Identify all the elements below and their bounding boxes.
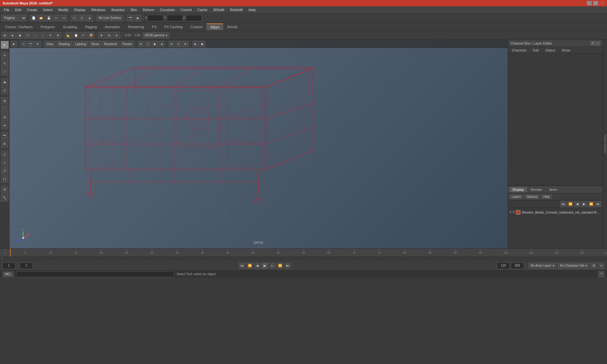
transport-settings-btn[interactable]: ⚙ bbox=[591, 263, 597, 269]
icon-tool-10[interactable]: 📋 bbox=[72, 32, 79, 39]
menu-deform[interactable]: Deform bbox=[140, 7, 157, 12]
tab-rigging[interactable]: Rigging bbox=[81, 23, 101, 30]
options-btn[interactable]: Options bbox=[524, 194, 540, 199]
anim-btn[interactable]: ⏱ bbox=[1, 167, 9, 175]
mode-dropdown[interactable]: Rigging Animation Modeling bbox=[1, 15, 27, 21]
cb-transport-next2[interactable]: ⏩ bbox=[588, 201, 594, 207]
cb-tab-channels[interactable]: Channels bbox=[509, 48, 529, 53]
menu-redshift[interactable]: Redshift bbox=[228, 7, 245, 12]
minimize-button[interactable]: − bbox=[587, 1, 592, 5]
menu-skeleton[interactable]: Skeleton bbox=[108, 7, 127, 12]
icon-tool-7[interactable]: ⟲ bbox=[47, 32, 54, 39]
show-hide-btn[interactable]: 👁 bbox=[1, 140, 9, 148]
menu-skin[interactable]: Skin bbox=[128, 7, 139, 12]
vp-smooth-btn[interactable]: ◈ bbox=[159, 41, 165, 47]
y-input[interactable] bbox=[167, 15, 183, 21]
tab-xgen[interactable]: XGen bbox=[206, 23, 223, 30]
menu-select[interactable]: Select bbox=[40, 7, 55, 12]
render-region-btn[interactable]: 📷 bbox=[1, 132, 9, 140]
snap-point-btn[interactable]: ⊕ bbox=[1, 113, 9, 121]
transport-extra-btn[interactable]: ≡ bbox=[598, 263, 604, 269]
vp-play-btn[interactable]: ▶ bbox=[192, 41, 199, 47]
command-line-input[interactable] bbox=[16, 271, 174, 277]
snap-btn-3[interactable]: ⊘ bbox=[113, 32, 120, 39]
cb-float-btn[interactable]: ⧉ bbox=[591, 41, 595, 46]
tab-polygons[interactable]: Polygons bbox=[37, 23, 58, 30]
icon-tool-5[interactable]: ↔ bbox=[32, 32, 39, 39]
vp-frame-btn[interactable]: ⊞ bbox=[182, 41, 189, 47]
icon-tool-12[interactable]: 📦 bbox=[88, 32, 95, 39]
icon-tool-2[interactable]: ◈ bbox=[9, 32, 16, 39]
playhead[interactable] bbox=[10, 249, 11, 256]
icon-tool-11[interactable]: ✂ bbox=[80, 32, 87, 39]
redo-btn[interactable]: ↪ bbox=[60, 15, 67, 21]
menu-display[interactable]: Display bbox=[72, 7, 88, 12]
tab-fx[interactable]: FX bbox=[148, 23, 160, 30]
cb-transport-next[interactable]: ▶ bbox=[581, 201, 587, 207]
z-input[interactable] bbox=[186, 15, 202, 21]
tab-animation[interactable]: Animation bbox=[101, 23, 124, 30]
tab-custom[interactable]: Custom bbox=[187, 23, 206, 30]
menu-cache[interactable]: Cache bbox=[195, 7, 210, 12]
cb-transport-prev2[interactable]: ⏪ bbox=[567, 201, 573, 207]
menu-control[interactable]: Control bbox=[178, 7, 194, 12]
new-scene-btn[interactable]: 📄 bbox=[30, 15, 37, 21]
icon-tool-9[interactable]: 📐 bbox=[65, 32, 72, 39]
view-menu[interactable]: View bbox=[44, 41, 56, 47]
move-tool-btn[interactable]: ✛ bbox=[1, 52, 9, 59]
save-scene-btn[interactable]: 💾 bbox=[45, 15, 52, 21]
layer-color-swatch[interactable] bbox=[516, 210, 520, 215]
layer-btn[interactable]: ⬡ bbox=[1, 151, 9, 158]
x-input[interactable] bbox=[148, 15, 163, 21]
panels-menu[interactable]: Panels bbox=[120, 41, 134, 47]
vp-orbit-btn[interactable]: ↻ bbox=[175, 41, 182, 47]
maximize-button[interactable]: □ bbox=[593, 1, 598, 5]
cb-display-tab[interactable]: Display bbox=[509, 187, 527, 192]
help-btn[interactable]: Help bbox=[541, 194, 552, 199]
close-button[interactable]: × bbox=[599, 1, 604, 5]
menu-create[interactable]: Create bbox=[24, 7, 40, 12]
undo-btn[interactable]: ↩ bbox=[53, 15, 60, 21]
layers-btn[interactable]: Layers bbox=[509, 194, 523, 199]
current-frame-input[interactable] bbox=[3, 263, 15, 269]
paint-select-btn[interactable]: 🖊 bbox=[1, 87, 9, 94]
transport-prev-frame-btn[interactable]: ◀ bbox=[254, 263, 261, 269]
cb-tab-object[interactable]: Object bbox=[543, 48, 558, 53]
max-frame-input[interactable] bbox=[511, 263, 524, 269]
open-scene-btn[interactable]: 📂 bbox=[38, 15, 45, 21]
menu-modify[interactable]: Modify bbox=[56, 7, 71, 12]
transport-first-btn[interactable]: ⏮ bbox=[239, 263, 245, 269]
gamma-display[interactable]: sRGB gamma ▾ bbox=[142, 32, 169, 39]
vp-wire-btn[interactable]: ◻ bbox=[145, 41, 151, 47]
transport-next-frame-btn[interactable]: ▷ bbox=[269, 263, 276, 269]
cb-tab-show[interactable]: Show bbox=[559, 48, 573, 53]
snap-curve-btn[interactable]: ⌒ bbox=[1, 105, 9, 113]
icon-tool-1[interactable]: ⊞ bbox=[1, 32, 8, 39]
extra-btn-1[interactable]: ⚙ bbox=[1, 186, 9, 193]
snap-grid-btn[interactable]: ⊞ bbox=[1, 97, 9, 105]
vp-cam-btn[interactable]: 📷 bbox=[28, 41, 34, 47]
icon-tool-8[interactable]: ⚙ bbox=[54, 32, 61, 39]
menu-3dtoall[interactable]: 3DtoAll bbox=[211, 7, 227, 12]
cb-anim-tab[interactable]: Anim bbox=[546, 187, 560, 192]
icon-tool-4[interactable]: ⬡ bbox=[24, 32, 31, 39]
menu-windows[interactable]: Windows bbox=[89, 7, 108, 12]
lasso-btn[interactable]: ⊙ bbox=[78, 15, 85, 21]
tab-curves-surfaces[interactable]: Curves / Surfaces bbox=[1, 23, 36, 30]
vp-grid-btn[interactable]: ⊞ bbox=[138, 41, 144, 47]
tab-sculpting[interactable]: Sculpting bbox=[59, 23, 81, 30]
renderer-menu[interactable]: Renderer bbox=[102, 41, 120, 47]
playback-end-input[interactable] bbox=[497, 263, 510, 269]
vp-stop-btn[interactable]: ◼ bbox=[199, 41, 205, 47]
select-tool-btn[interactable]: ▶ bbox=[1, 41, 9, 49]
soft-select-btn[interactable]: ◉ bbox=[1, 78, 9, 86]
cb-tab-edit[interactable]: Edit bbox=[530, 48, 541, 53]
transport-last-btn[interactable]: ⏭ bbox=[285, 263, 291, 269]
vp-eye-btn[interactable]: 👁 bbox=[34, 41, 41, 47]
mel-python-toggle[interactable]: MEL bbox=[3, 271, 14, 277]
scale-tool-btn[interactable]: ⤢ bbox=[1, 68, 9, 76]
cb-transport-first[interactable]: ⏮ bbox=[560, 201, 567, 207]
menu-help[interactable]: Help bbox=[246, 7, 258, 12]
vp-arrow-btn[interactable]: ▶ bbox=[11, 41, 17, 47]
status-help-btn[interactable]: ? bbox=[598, 271, 604, 277]
